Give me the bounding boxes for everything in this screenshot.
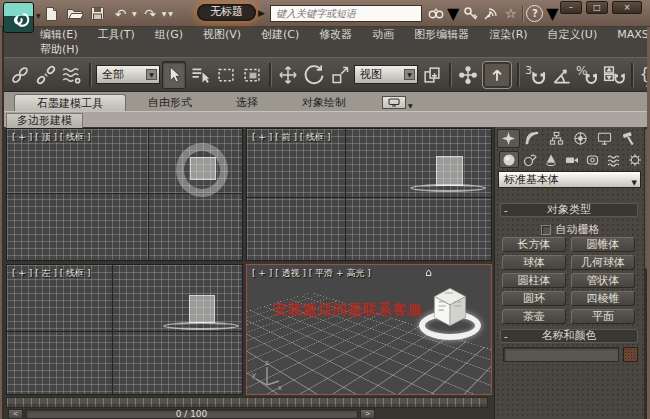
menu-help[interactable]: 帮助(H) <box>30 42 89 57</box>
ribbon-minimize-caret-icon[interactable]: ▼ <box>408 102 413 109</box>
rollout-collapse-icon[interactable]: - <box>504 205 508 217</box>
undo-caret-icon[interactable]: ▼ <box>132 10 137 17</box>
ribbon-tab-selection[interactable]: 选择 <box>214 94 280 111</box>
rectangular-selection-region-icon[interactable] <box>214 61 238 89</box>
viewport-front[interactable]: [ + ] [ 前 ] [ 线框 ] <box>246 128 492 261</box>
undo-icon[interactable]: ↶ <box>111 4 130 23</box>
bind-to-space-warp-icon[interactable] <box>60 61 84 89</box>
select-and-move-icon[interactable] <box>276 61 300 89</box>
viewport-perspective-label[interactable]: [ + ] [ 透视 ] [ 平滑 + 高光 ] <box>252 267 371 280</box>
menu-rendering[interactable]: 渲染(R) <box>479 27 537 42</box>
box-left-view[interactable] <box>189 295 215 323</box>
search-expand-icon[interactable]: ▶ <box>258 8 265 18</box>
viewport-left[interactable]: [ + ] [ 左 ] [ 线框 ] <box>6 264 243 395</box>
search-input[interactable] <box>270 5 422 22</box>
save-file-icon[interactable] <box>88 4 107 23</box>
btn-pyramid[interactable]: 四棱锥 <box>571 291 635 306</box>
rollout-collapse-icon[interactable]: - <box>504 331 508 343</box>
menu-animation[interactable]: 动画 <box>362 27 404 42</box>
object-color-swatch[interactable] <box>623 347 638 362</box>
keyboard-shortcut-override-icon[interactable] <box>482 61 512 89</box>
selection-filter-dropdown[interactable]: 全部 ▼ <box>96 65 160 84</box>
menu-tools[interactable]: 工具(T) <box>88 27 145 42</box>
select-and-manipulate-icon[interactable] <box>456 61 480 89</box>
favorites-star-icon[interactable]: ☆ <box>502 5 519 23</box>
rollout-object-type-header[interactable]: - 对象类型 <box>500 203 638 217</box>
viewport-front-label[interactable]: [ + ] [ 前 ] [ 线框 ] <box>252 131 331 144</box>
search-options-caret-icon[interactable]: ▼ <box>447 4 459 23</box>
spinner-snap-icon[interactable] <box>602 61 626 89</box>
reference-coordinate-dropdown[interactable]: 视图 ▼ <box>354 65 418 84</box>
selection-filter-caret-icon[interactable]: ▼ <box>146 69 157 80</box>
rollout-name-color-header[interactable]: - 名称和颜色 <box>500 329 638 343</box>
viewport-top[interactable]: [ + ] [ 顶 ] [ 线框 ] <box>6 128 243 261</box>
redo-caret-icon[interactable]: ▼ <box>162 10 167 17</box>
percent-snap-icon[interactable]: % <box>576 61 600 89</box>
viewport-left-label[interactable]: [ + ] [ 左 ] [ 线框 ] <box>12 267 91 280</box>
category-shapes-icon[interactable] <box>520 151 540 168</box>
primitive-type-dropdown[interactable]: 标准基本体 ▼ <box>498 171 641 188</box>
maximize-button[interactable]: □ <box>586 1 608 14</box>
angle-snap-icon[interactable] <box>550 61 574 89</box>
autogrid-checkbox[interactable] <box>541 225 551 235</box>
select-and-link-icon[interactable] <box>8 61 32 89</box>
track-bar-ruler[interactable] <box>6 397 488 408</box>
redo-icon[interactable]: ↷ <box>141 4 160 23</box>
tab-utilities-icon[interactable] <box>617 129 640 148</box>
menu-group[interactable]: 组(G) <box>145 27 193 42</box>
btn-torus[interactable]: 圆环 <box>502 291 566 306</box>
category-helpers-icon[interactable] <box>583 151 603 168</box>
btn-cylinder[interactable]: 圆柱体 <box>502 273 566 288</box>
menu-edit[interactable]: 编辑(E) <box>30 27 88 42</box>
btn-plane[interactable]: 平面 <box>571 309 635 324</box>
reference-coordinate-caret-icon[interactable]: ▼ <box>404 69 415 80</box>
ribbon-tab-freeform[interactable]: 自由形式 <box>126 94 214 111</box>
box-top-view[interactable] <box>190 157 216 180</box>
window-crossing-toggle-icon[interactable] <box>240 61 264 89</box>
btn-geosphere[interactable]: 几何球体 <box>571 255 635 270</box>
box-front-view[interactable] <box>436 156 463 186</box>
tab-modify-icon[interactable] <box>521 129 544 148</box>
torus-front-view[interactable] <box>410 184 486 192</box>
viewport-top-label[interactable]: [ + ] [ 顶 ] [ 线框 ] <box>12 131 91 144</box>
category-lights-icon[interactable] <box>541 151 561 168</box>
menu-create[interactable]: 创建(C) <box>251 27 309 42</box>
category-space-warps-icon[interactable] <box>604 151 624 168</box>
category-geometry-icon[interactable] <box>499 151 519 168</box>
menu-maxscript[interactable]: MAXScript(M) <box>607 28 650 41</box>
open-file-icon[interactable] <box>65 4 84 23</box>
previous-frame-button[interactable]: < <box>8 409 23 419</box>
close-button[interactable]: × <box>612 1 642 14</box>
tab-create-icon[interactable] <box>497 129 520 148</box>
help-caret-icon[interactable]: ▼ <box>546 4 558 23</box>
ribbon-panel-polygon-modeling[interactable]: 多边形建模 <box>6 113 83 128</box>
new-scene-icon[interactable] <box>42 4 61 23</box>
time-slider-value[interactable]: 0 / 100 <box>25 409 358 419</box>
ribbon-display-toggle-icon[interactable] <box>382 96 406 109</box>
btn-tube[interactable]: 管状体 <box>571 273 635 288</box>
select-and-rotate-icon[interactable] <box>302 61 326 89</box>
search-binoculars-icon[interactable] <box>427 5 444 23</box>
use-pivot-point-center-icon[interactable] <box>420 61 444 89</box>
category-cameras-icon[interactable] <box>562 151 582 168</box>
primitive-type-caret-icon[interactable]: ▼ <box>632 176 637 191</box>
minimize-button[interactable]: – <box>560 1 582 14</box>
menu-views[interactable]: 视图(V) <box>193 27 251 42</box>
menu-graph-editors[interactable]: 图形编辑器 <box>404 27 479 42</box>
select-by-name-icon[interactable] <box>188 61 212 89</box>
menu-customize[interactable]: 自定义(U) <box>538 27 608 42</box>
object-name-input[interactable] <box>503 347 619 362</box>
select-and-scale-icon[interactable] <box>328 61 352 89</box>
home-icon[interactable]: ⌂ <box>425 266 432 279</box>
btn-teapot[interactable]: 茶壶 <box>502 309 566 324</box>
snap-toggle-3d-icon[interactable]: 3 <box>524 61 548 89</box>
torus-left-view[interactable] <box>163 322 239 330</box>
qat-customize-caret-icon[interactable]: ▼ <box>168 10 173 17</box>
menu-modifiers[interactable]: 修改器 <box>309 27 362 42</box>
tab-hierarchy-icon[interactable] <box>545 129 568 148</box>
unlink-selection-icon[interactable] <box>34 61 58 89</box>
select-object-icon[interactable] <box>162 61 186 89</box>
communication-center-icon[interactable] <box>482 5 499 23</box>
viewport-perspective[interactable]: [ + ] [ 透视 ] [ 平滑 + 高光 ] ⌂ 安装激活问题联系客服 z … <box>246 264 492 395</box>
category-systems-icon[interactable] <box>625 151 645 168</box>
